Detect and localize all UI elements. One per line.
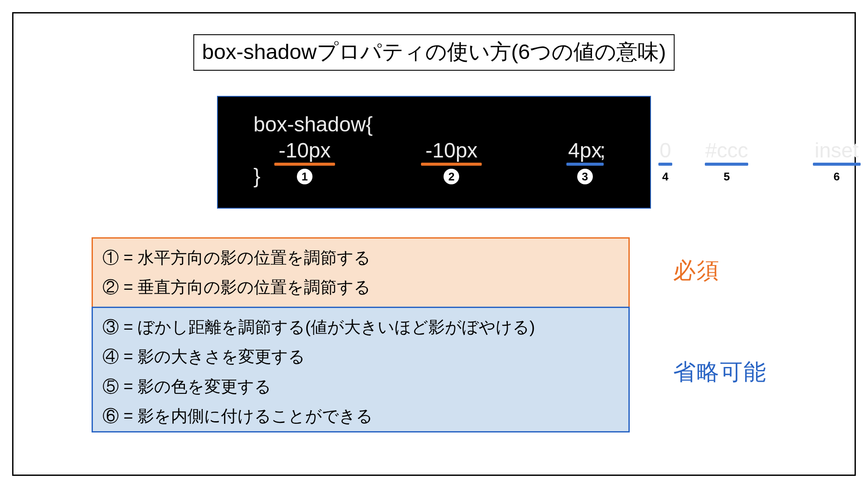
marker-5: 5 bbox=[719, 169, 734, 184]
explanation-item-1: ① = 水平方向の影の位置を調節する bbox=[102, 243, 621, 272]
code-token-3-text: 4px bbox=[568, 139, 602, 162]
underline-2 bbox=[421, 163, 482, 166]
required-label: 必須 bbox=[673, 255, 720, 286]
code-token-6-text: inset bbox=[815, 139, 858, 162]
explanation-required-box: ① = 水平方向の影の位置を調節する ② = 垂直方向の影の位置を調節する bbox=[92, 237, 630, 307]
code-token-2: -10px 2 bbox=[419, 138, 484, 166]
underline-6 bbox=[813, 163, 861, 166]
code-token-2-text: -10px bbox=[425, 139, 477, 162]
underline-4 bbox=[658, 163, 672, 166]
underline-3 bbox=[566, 163, 604, 166]
code-token-4: 0 4 bbox=[657, 138, 674, 166]
code-token-3: 4px 3 bbox=[565, 138, 605, 166]
code-token-1-text: -10px bbox=[279, 139, 331, 162]
underline-1 bbox=[274, 163, 335, 166]
marker-1: 1 bbox=[297, 169, 312, 184]
page-title: box-shadowプロパティの使い方(6つの値の意味) bbox=[193, 34, 674, 71]
document-frame: box-shadowプロパティの使い方(6つの値の意味) box-shadow{… bbox=[12, 12, 856, 476]
code-line-open: box-shadow{ bbox=[253, 112, 373, 136]
code-line-values: -10px 1 -10px 2 4px 3 0 bbox=[218, 138, 650, 166]
explanation-item-6: ⑥ = 影を内側に付けることができる bbox=[102, 401, 621, 431]
code-token-4-text: 0 bbox=[660, 139, 671, 162]
code-token-1: -10px 1 bbox=[272, 138, 337, 166]
code-token-5: #ccc 5 bbox=[703, 138, 750, 166]
explanation-item-3: ③ = ぼかし距離を調節する(値が大きいほど影がぼやける) bbox=[102, 312, 621, 342]
optional-label: 省略可能 bbox=[673, 357, 767, 387]
code-semicolon: ; bbox=[600, 138, 605, 162]
marker-3: 3 bbox=[577, 169, 593, 184]
marker-6: 6 bbox=[829, 169, 845, 184]
code-example-box: box-shadow{ -10px 1 -10px 2 4px bbox=[217, 96, 651, 209]
explanation-optional-box: ③ = ぼかし距離を調節する(値が大きいほど影がぼやける) ④ = 影の大きさを… bbox=[92, 307, 630, 432]
code-line-close: } bbox=[253, 164, 260, 188]
code-token-5-text: #ccc bbox=[705, 139, 748, 162]
underline-5 bbox=[705, 163, 748, 166]
code-token-6: inset 6 bbox=[811, 138, 862, 166]
marker-2: 2 bbox=[444, 169, 459, 184]
explanation-item-5: ⑤ = 影の色を変更する bbox=[102, 372, 621, 401]
marker-4: 4 bbox=[658, 169, 673, 184]
explanation-item-2: ② = 垂直方向の影の位置を調節する bbox=[102, 272, 621, 302]
explanation-item-4: ④ = 影の大きさを変更する bbox=[102, 342, 621, 371]
